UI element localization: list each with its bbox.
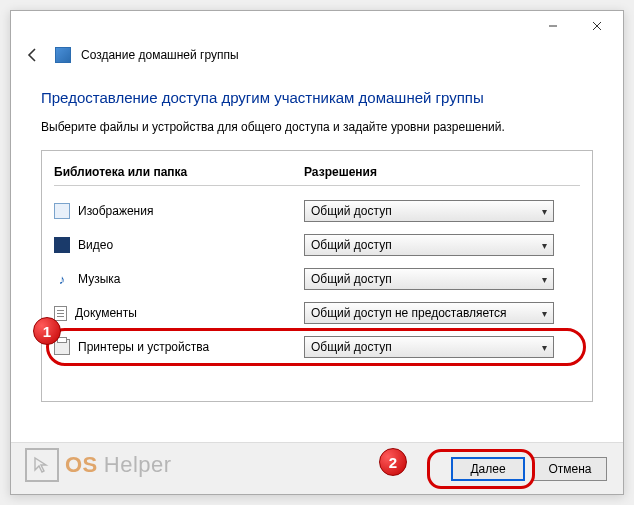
chevron-down-icon: ▾ — [542, 274, 547, 285]
content-area: Предоставление доступа другим участникам… — [11, 75, 623, 442]
row-label: Принтеры и устройства — [78, 340, 209, 354]
sharing-panel: Библиотека или папка Разрешения Изображе… — [41, 150, 593, 402]
watermark-helper: Helper — [104, 452, 172, 478]
table-row-printers: Принтеры и устройства Общий доступ ▾ — [54, 330, 580, 364]
chevron-down-icon: ▾ — [542, 308, 547, 319]
select-value: Общий доступ — [311, 238, 392, 252]
next-button[interactable]: Далее — [451, 457, 525, 481]
permission-select-pictures[interactable]: Общий доступ ▾ — [304, 200, 554, 222]
chevron-down-icon: ▾ — [542, 342, 547, 353]
close-button[interactable] — [575, 12, 619, 40]
printer-icon — [54, 339, 70, 355]
select-value: Общий доступ — [311, 204, 392, 218]
column-permission: Разрешения — [304, 165, 580, 179]
annotation-badge-2: 2 — [379, 448, 407, 476]
video-icon — [54, 237, 70, 253]
table-row: Видео Общий доступ ▾ — [54, 228, 580, 262]
row-label: Документы — [75, 306, 137, 320]
music-icon: ♪ — [54, 271, 70, 287]
watermark-os: OS — [65, 452, 98, 478]
permission-select-documents[interactable]: Общий доступ не предоставляется ▾ — [304, 302, 554, 324]
row-label: Видео — [78, 238, 113, 252]
permission-select-video[interactable]: Общий доступ ▾ — [304, 234, 554, 256]
titlebar — [11, 11, 623, 41]
table-row: Документы Общий доступ не предоставляетс… — [54, 296, 580, 330]
cursor-icon — [25, 448, 59, 482]
table-row: ♪ Музыка Общий доступ ▾ — [54, 262, 580, 296]
select-value: Общий доступ не предоставляется — [311, 306, 507, 320]
chevron-down-icon: ▾ — [542, 206, 547, 217]
row-label: Музыка — [78, 272, 120, 286]
column-library: Библиотека или папка — [54, 165, 304, 179]
dialog-window: Создание домашней группы Предоставление … — [10, 10, 624, 495]
select-value: Общий доступ — [311, 340, 392, 354]
annotation-badge-1: 1 — [33, 317, 61, 345]
table-header: Библиотека или папка Разрешения — [54, 161, 580, 186]
back-button[interactable] — [21, 43, 45, 67]
header: Создание домашней группы — [11, 41, 623, 75]
select-value: Общий доступ — [311, 272, 392, 286]
cancel-button[interactable]: Отмена — [533, 457, 607, 481]
window-title: Создание домашней группы — [81, 48, 239, 62]
page-heading: Предоставление доступа другим участникам… — [41, 89, 593, 106]
documents-icon — [54, 306, 67, 321]
watermark: OSHelper — [25, 448, 172, 482]
chevron-down-icon: ▾ — [542, 240, 547, 251]
minimize-button[interactable] — [531, 12, 575, 40]
row-label: Изображения — [78, 204, 153, 218]
permission-select-printers[interactable]: Общий доступ ▾ — [304, 336, 554, 358]
instruction-text: Выберите файлы и устройства для общего д… — [41, 120, 593, 134]
pictures-icon — [54, 203, 70, 219]
permission-select-music[interactable]: Общий доступ ▾ — [304, 268, 554, 290]
homegroup-icon — [55, 47, 71, 63]
table-row: Изображения Общий доступ ▾ — [54, 194, 580, 228]
